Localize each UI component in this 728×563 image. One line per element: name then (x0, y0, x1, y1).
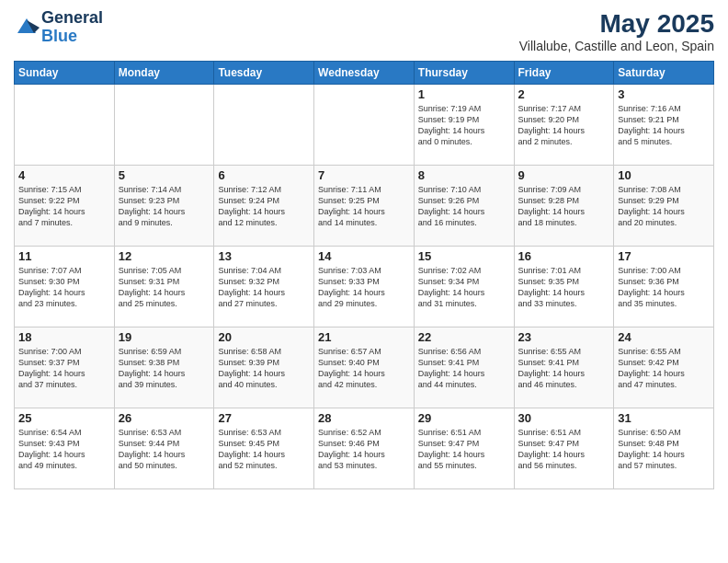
table-row: 9Sunrise: 7:09 AMSunset: 9:28 PMDaylight… (514, 166, 614, 247)
day-number: 3 (618, 87, 710, 101)
day-number: 24 (618, 330, 710, 344)
day-number: 28 (318, 411, 410, 425)
day-info: Sunrise: 6:58 AMSunset: 9:39 PMDaylight:… (218, 346, 310, 391)
day-number: 20 (218, 330, 310, 344)
day-info: Sunrise: 7:00 AMSunset: 9:37 PMDaylight:… (18, 346, 110, 391)
day-number: 27 (218, 411, 310, 425)
table-row: 31Sunrise: 6:50 AMSunset: 9:48 PMDayligh… (614, 408, 714, 489)
day-info: Sunrise: 7:11 AMSunset: 9:25 PMDaylight:… (318, 184, 410, 229)
day-info: Sunrise: 7:12 AMSunset: 9:24 PMDaylight:… (218, 184, 310, 229)
table-row: 3Sunrise: 7:16 AMSunset: 9:21 PMDaylight… (614, 85, 714, 166)
day-number: 12 (119, 249, 210, 263)
table-row: 22Sunrise: 6:56 AMSunset: 9:41 PMDayligh… (414, 327, 514, 408)
table-row: 10Sunrise: 7:08 AMSunset: 9:29 PMDayligh… (614, 166, 714, 247)
day-info: Sunrise: 7:16 AMSunset: 9:21 PMDaylight:… (618, 103, 710, 148)
day-info: Sunrise: 6:51 AMSunset: 9:47 PMDaylight:… (418, 427, 510, 472)
logo-general: General (41, 9, 103, 28)
day-number: 1 (418, 87, 510, 101)
table-row: 14Sunrise: 7:03 AMSunset: 9:33 PMDayligh… (314, 247, 415, 327)
day-info: Sunrise: 7:05 AMSunset: 9:31 PMDaylight:… (119, 265, 210, 310)
header-tuesday: Tuesday (214, 62, 314, 85)
header-friday: Friday (514, 62, 614, 85)
day-number: 6 (218, 168, 310, 182)
day-number: 2 (518, 87, 610, 101)
day-number: 18 (18, 330, 110, 344)
day-info: Sunrise: 6:59 AMSunset: 9:38 PMDaylight:… (119, 346, 210, 391)
day-info: Sunrise: 7:00 AMSunset: 9:36 PMDaylight:… (618, 265, 710, 310)
day-info: Sunrise: 7:04 AMSunset: 9:32 PMDaylight:… (218, 265, 310, 310)
day-info: Sunrise: 7:02 AMSunset: 9:34 PMDaylight:… (418, 265, 510, 310)
header: General Blue May 2025 Villalube, Castill… (14, 9, 714, 53)
day-info: Sunrise: 7:19 AMSunset: 9:19 PMDaylight:… (418, 103, 510, 148)
day-info: Sunrise: 7:17 AMSunset: 9:20 PMDaylight:… (518, 103, 610, 148)
week-row-3: 11Sunrise: 7:07 AMSunset: 9:30 PMDayligh… (15, 247, 714, 327)
table-row: 24Sunrise: 6:55 AMSunset: 9:42 PMDayligh… (614, 327, 714, 408)
day-info: Sunrise: 6:57 AMSunset: 9:40 PMDaylight:… (318, 346, 410, 391)
day-number: 14 (318, 249, 410, 263)
day-number: 16 (518, 249, 610, 263)
day-number: 31 (618, 411, 710, 425)
table-row: 30Sunrise: 6:51 AMSunset: 9:47 PMDayligh… (514, 408, 614, 489)
calendar-table: Sunday Monday Tuesday Wednesday Thursday… (14, 61, 714, 489)
day-number: 25 (18, 411, 110, 425)
table-row: 20Sunrise: 6:58 AMSunset: 9:39 PMDayligh… (214, 327, 314, 408)
week-row-1: 1Sunrise: 7:19 AMSunset: 9:19 PMDaylight… (15, 85, 714, 166)
day-number: 4 (18, 168, 110, 182)
table-row: 17Sunrise: 7:00 AMSunset: 9:36 PMDayligh… (614, 247, 714, 327)
day-info: Sunrise: 7:07 AMSunset: 9:30 PMDaylight:… (18, 265, 110, 310)
day-number: 30 (518, 411, 610, 425)
day-number: 7 (318, 168, 410, 182)
main-title: May 2025 (519, 9, 714, 39)
day-info: Sunrise: 7:08 AMSunset: 9:29 PMDaylight:… (618, 184, 710, 229)
header-sunday: Sunday (15, 62, 115, 85)
day-number: 9 (518, 168, 610, 182)
logo-icon (14, 13, 40, 39)
table-row: 29Sunrise: 6:51 AMSunset: 9:47 PMDayligh… (414, 408, 514, 489)
day-number: 26 (119, 411, 210, 425)
day-info: Sunrise: 6:51 AMSunset: 9:47 PMDaylight:… (518, 427, 610, 472)
header-saturday: Saturday (614, 62, 714, 85)
title-block: May 2025 Villalube, Castille and Leon, S… (519, 9, 714, 53)
day-number: 13 (218, 249, 310, 263)
table-row: 11Sunrise: 7:07 AMSunset: 9:30 PMDayligh… (15, 247, 115, 327)
week-row-4: 18Sunrise: 7:00 AMSunset: 9:37 PMDayligh… (15, 327, 714, 408)
table-row: 12Sunrise: 7:05 AMSunset: 9:31 PMDayligh… (114, 247, 214, 327)
table-row (314, 85, 415, 166)
table-row: 23Sunrise: 6:55 AMSunset: 9:41 PMDayligh… (514, 327, 614, 408)
header-monday: Monday (114, 62, 214, 85)
table-row: 5Sunrise: 7:14 AMSunset: 9:23 PMDaylight… (114, 166, 214, 247)
table-row (114, 85, 214, 166)
day-number: 17 (618, 249, 710, 263)
page: General Blue May 2025 Villalube, Castill… (0, 0, 728, 563)
table-row: 1Sunrise: 7:19 AMSunset: 9:19 PMDaylight… (414, 85, 514, 166)
table-row: 16Sunrise: 7:01 AMSunset: 9:35 PMDayligh… (514, 247, 614, 327)
table-row: 18Sunrise: 7:00 AMSunset: 9:37 PMDayligh… (15, 327, 115, 408)
table-row: 7Sunrise: 7:11 AMSunset: 9:25 PMDaylight… (314, 166, 415, 247)
day-info: Sunrise: 6:53 AMSunset: 9:44 PMDaylight:… (119, 427, 210, 472)
table-row: 28Sunrise: 6:52 AMSunset: 9:46 PMDayligh… (314, 408, 415, 489)
table-row: 26Sunrise: 6:53 AMSunset: 9:44 PMDayligh… (114, 408, 214, 489)
day-info: Sunrise: 6:56 AMSunset: 9:41 PMDaylight:… (418, 346, 510, 391)
day-info: Sunrise: 6:53 AMSunset: 9:45 PMDaylight:… (218, 427, 310, 472)
table-row: 4Sunrise: 7:15 AMSunset: 9:22 PMDaylight… (15, 166, 115, 247)
day-number: 5 (119, 168, 210, 182)
day-number: 22 (418, 330, 510, 344)
header-wednesday: Wednesday (314, 62, 415, 85)
table-row: 15Sunrise: 7:02 AMSunset: 9:34 PMDayligh… (414, 247, 514, 327)
day-info: Sunrise: 6:54 AMSunset: 9:43 PMDaylight:… (18, 427, 110, 472)
logo-blue: Blue (41, 28, 103, 46)
day-number: 29 (418, 411, 510, 425)
day-number: 8 (418, 168, 510, 182)
table-row: 2Sunrise: 7:17 AMSunset: 9:20 PMDaylight… (514, 85, 614, 166)
day-info: Sunrise: 6:55 AMSunset: 9:42 PMDaylight:… (618, 346, 710, 391)
logo-text: General Blue (41, 9, 103, 46)
day-number: 19 (119, 330, 210, 344)
day-header-row: Sunday Monday Tuesday Wednesday Thursday… (15, 62, 714, 85)
day-number: 21 (318, 330, 410, 344)
week-row-2: 4Sunrise: 7:15 AMSunset: 9:22 PMDaylight… (15, 166, 714, 247)
day-number: 23 (518, 330, 610, 344)
day-info: Sunrise: 6:50 AMSunset: 9:48 PMDaylight:… (618, 427, 710, 472)
day-number: 11 (18, 249, 110, 263)
table-row (214, 85, 314, 166)
table-row: 6Sunrise: 7:12 AMSunset: 9:24 PMDaylight… (214, 166, 314, 247)
